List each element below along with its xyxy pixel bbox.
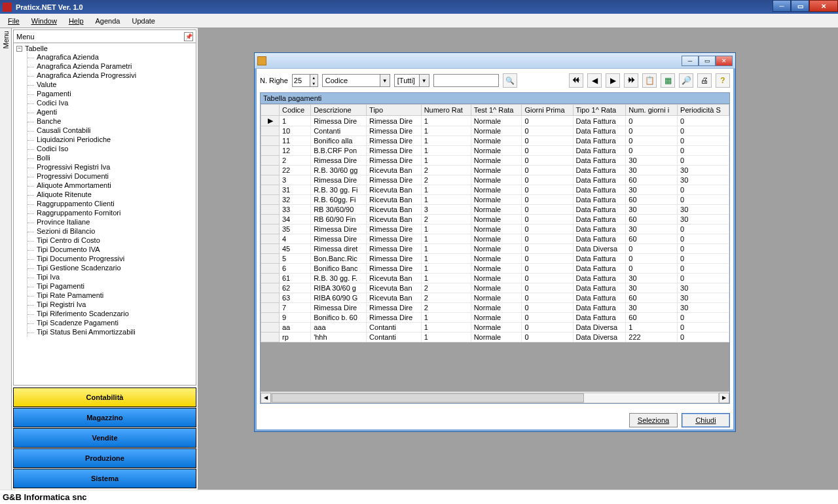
cell[interactable]: Data Fattura (573, 283, 626, 293)
row-selector[interactable] (261, 156, 280, 166)
cell[interactable]: 0 (522, 175, 573, 185)
cell[interactable]: 0 (522, 225, 573, 234)
cell[interactable]: 0 (522, 195, 573, 205)
tree-item[interactable]: Causali Contabili (37, 126, 194, 135)
table-row[interactable]: ▶1Rimessa DireRimessa Dire1Normale0Data … (261, 116, 729, 126)
cell[interactable]: 63 (280, 293, 311, 303)
cell[interactable]: Rimessa Dire (367, 136, 422, 146)
tree-item[interactable]: Raggruppamento Fornitori (37, 208, 194, 217)
cell[interactable]: Rimessa Dire (311, 303, 367, 313)
cell[interactable]: 10 (280, 126, 311, 136)
cell[interactable]: Normale (471, 146, 522, 156)
cell[interactable]: Rimessa Dire (367, 234, 422, 244)
menu-help[interactable]: Help (64, 16, 89, 26)
row-selector[interactable] (261, 146, 280, 156)
tree-item[interactable]: Tipi Status Beni Ammortizzabili (37, 327, 194, 336)
close-button[interactable]: ✕ (809, 0, 838, 12)
cell[interactable]: 0 (522, 293, 573, 303)
tree-item[interactable]: Anagrafica Azienda Parametri (37, 62, 194, 71)
cell[interactable]: Normale (471, 215, 522, 225)
spin-up-icon[interactable]: ▲ (310, 75, 318, 81)
cell[interactable]: Normale (471, 323, 522, 333)
cell[interactable]: 45 (280, 244, 311, 254)
cell[interactable]: 60 (626, 175, 678, 185)
cell[interactable]: 30 (678, 205, 729, 215)
cell[interactable]: 0 (678, 264, 729, 274)
cell[interactable]: Rimessa Dire (367, 244, 422, 254)
row-selector[interactable] (261, 313, 280, 323)
cell[interactable]: aaa (311, 323, 367, 333)
vertical-tab-menu[interactable]: Menu (0, 28, 12, 490)
cell[interactable]: 0 (678, 136, 729, 146)
cell[interactable]: 60 (626, 293, 678, 303)
menu-window[interactable]: Window (26, 16, 62, 26)
cell[interactable]: 222 (626, 333, 678, 342)
table-row[interactable]: 33RB 30/60/90Ricevuta Ban3Normale0Data F… (261, 205, 729, 215)
cell[interactable]: Rimessa Dire (311, 234, 367, 244)
cell[interactable]: 0 (522, 185, 573, 195)
menu-file[interactable]: File (3, 16, 25, 26)
cell[interactable]: Ricevuta Ban (367, 283, 422, 293)
column-header[interactable] (261, 105, 280, 116)
row-selector[interactable] (261, 185, 280, 195)
cell[interactable]: Normale (471, 175, 522, 185)
cell[interactable]: 35 (280, 225, 311, 234)
cell[interactable]: 1 (421, 274, 471, 283)
column-header[interactable]: Tipo (367, 105, 422, 116)
cell[interactable]: 0 (678, 195, 729, 205)
cell[interactable]: 0 (626, 136, 678, 146)
table-row[interactable]: 32R.B. 60gg. FiRicevuta Ban1Normale0Data… (261, 195, 729, 205)
cell[interactable]: 0 (522, 215, 573, 225)
cell[interactable]: 32 (280, 195, 311, 205)
cell[interactable]: 31 (280, 185, 311, 195)
cell[interactable]: 22 (280, 166, 311, 175)
cell[interactable]: 1 (421, 234, 471, 244)
cell[interactable]: Data Fattura (573, 116, 626, 126)
row-selector[interactable] (261, 126, 280, 136)
cell[interactable]: 0 (522, 126, 573, 136)
table-row[interactable]: 61R.B. 30 gg. F.Ricevuta Ban1Normale0Dat… (261, 274, 729, 283)
cell[interactable]: Normale (471, 234, 522, 244)
cell[interactable]: 1 (421, 313, 471, 323)
cell[interactable]: Rimessa Dire (367, 116, 422, 126)
table-row[interactable]: 62RIBA 30/60 gRicevuta Ban2Normale0Data … (261, 283, 729, 293)
column-header[interactable]: Codice (280, 105, 311, 116)
cell[interactable]: Contanti (311, 126, 367, 136)
cell[interactable]: 0 (522, 116, 573, 126)
cell[interactable]: 2 (421, 215, 471, 225)
cell[interactable]: 30 (626, 156, 678, 166)
cell[interactable]: Data Fattura (573, 254, 626, 264)
cell[interactable]: Data Fattura (573, 195, 626, 205)
tree-item[interactable]: Banche (37, 117, 194, 126)
cell[interactable]: Rimessa Dire (367, 126, 422, 136)
tree-item[interactable]: Progressivi Documenti (37, 171, 194, 181)
nav-button-vendite[interactable]: Vendite (13, 428, 196, 448)
filter-combo[interactable]: [Tutti] ▼ (394, 74, 429, 87)
cell[interactable]: 0 (522, 333, 573, 342)
cell[interactable]: Normale (471, 136, 522, 146)
cell[interactable]: B.B.CRF Pon (311, 146, 367, 156)
dialog-minimize-button[interactable]: ─ (682, 56, 699, 66)
cell[interactable]: 2 (421, 175, 471, 185)
cell[interactable]: 2 (421, 293, 471, 303)
cell[interactable]: Ricevuta Ban (367, 195, 422, 205)
cell[interactable]: 34 (280, 215, 311, 225)
column-header[interactable]: Giorni Prima (522, 105, 573, 116)
tree-view[interactable]: − Tabelle Anagrafica AziendaAnagrafica A… (14, 43, 196, 385)
cell[interactable]: 0 (678, 116, 729, 126)
cell[interactable]: Rimessa Dire (367, 264, 422, 274)
cell[interactable]: Bonifico Banc (311, 264, 367, 274)
tree-item[interactable]: Aliquote Ammortamenti (37, 181, 194, 190)
tree-item[interactable]: Tipi Iva (37, 272, 194, 281)
cell[interactable]: Data Fattura (573, 313, 626, 323)
cell[interactable]: 1 (421, 254, 471, 264)
cell[interactable]: Normale (471, 274, 522, 283)
cell[interactable]: Data Fattura (573, 215, 626, 225)
horizontal-scrollbar[interactable]: ◀ ▶ (261, 391, 729, 403)
cell[interactable]: 0 (626, 254, 678, 264)
table-row[interactable]: 6Bonifico BancRimessa Dire1Normale0Data … (261, 264, 729, 274)
table-row[interactable]: 45Rimessa diretRimessa Dire1Normale0Data… (261, 244, 729, 254)
cell[interactable]: 0 (678, 156, 729, 166)
cell[interactable]: 1 (421, 126, 471, 136)
cell[interactable]: 1 (421, 116, 471, 126)
